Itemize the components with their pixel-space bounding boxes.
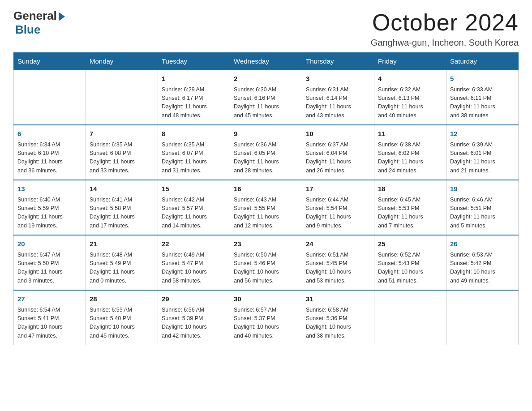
- calendar-week-4: 20Sunrise: 6:47 AM Sunset: 5:50 PM Dayli…: [14, 235, 519, 290]
- calendar-cell: 28Sunrise: 6:55 AM Sunset: 5:40 PM Dayli…: [86, 290, 158, 345]
- day-number: 20: [17, 239, 82, 249]
- calendar-cell: 7Sunrise: 6:35 AM Sunset: 6:08 PM Daylig…: [86, 125, 158, 180]
- day-info: Sunrise: 6:54 AM Sunset: 5:41 PM Dayligh…: [17, 306, 82, 341]
- day-info: Sunrise: 6:55 AM Sunset: 5:40 PM Dayligh…: [90, 306, 154, 341]
- weekday-header-friday: Friday: [374, 53, 446, 70]
- day-info: Sunrise: 6:35 AM Sunset: 6:08 PM Dayligh…: [90, 141, 154, 176]
- day-info: Sunrise: 6:34 AM Sunset: 6:10 PM Dayligh…: [17, 141, 82, 176]
- calendar-cell: 22Sunrise: 6:49 AM Sunset: 5:47 PM Dayli…: [158, 235, 230, 290]
- day-number: 15: [162, 184, 226, 194]
- day-number: 19: [450, 184, 515, 194]
- day-number: 9: [234, 129, 298, 139]
- calendar-cell: [446, 290, 519, 345]
- weekday-header-wednesday: Wednesday: [230, 53, 302, 70]
- calendar-cell: 26Sunrise: 6:53 AM Sunset: 5:42 PM Dayli…: [446, 235, 519, 290]
- day-info: Sunrise: 6:58 AM Sunset: 5:36 PM Dayligh…: [306, 306, 370, 341]
- logo-blue-text: Blue: [15, 23, 40, 37]
- day-number: 13: [17, 184, 82, 194]
- day-info: Sunrise: 6:43 AM Sunset: 5:55 PM Dayligh…: [234, 196, 298, 231]
- calendar-table: SundayMondayTuesdayWednesdayThursdayFrid…: [13, 52, 519, 345]
- weekday-header-tuesday: Tuesday: [158, 53, 230, 70]
- day-number: 18: [378, 184, 442, 194]
- title-section: October 2024 Ganghwa-gun, Incheon, South…: [371, 9, 519, 48]
- calendar-cell: 16Sunrise: 6:43 AM Sunset: 5:55 PM Dayli…: [230, 180, 302, 235]
- day-info: Sunrise: 6:39 AM Sunset: 6:01 PM Dayligh…: [450, 141, 515, 176]
- day-info: Sunrise: 6:36 AM Sunset: 6:05 PM Dayligh…: [234, 141, 298, 176]
- day-info: Sunrise: 6:41 AM Sunset: 5:58 PM Dayligh…: [90, 196, 154, 231]
- calendar-cell: 18Sunrise: 6:45 AM Sunset: 5:53 PM Dayli…: [374, 180, 446, 235]
- calendar-cell: 30Sunrise: 6:57 AM Sunset: 5:37 PM Dayli…: [230, 290, 302, 345]
- day-number: 1: [162, 74, 226, 84]
- day-info: Sunrise: 6:30 AM Sunset: 6:16 PM Dayligh…: [234, 86, 298, 120]
- weekday-header-saturday: Saturday: [446, 53, 519, 70]
- day-info: Sunrise: 6:45 AM Sunset: 5:53 PM Dayligh…: [378, 196, 442, 231]
- weekday-header-thursday: Thursday: [302, 53, 374, 70]
- calendar-week-5: 27Sunrise: 6:54 AM Sunset: 5:41 PM Dayli…: [14, 290, 519, 345]
- day-number: 17: [306, 184, 370, 194]
- day-info: Sunrise: 6:51 AM Sunset: 5:45 PM Dayligh…: [306, 251, 370, 286]
- day-number: 31: [306, 294, 370, 304]
- day-info: Sunrise: 6:42 AM Sunset: 5:57 PM Dayligh…: [162, 196, 226, 231]
- weekday-header-sunday: Sunday: [14, 53, 86, 70]
- day-number: 26: [450, 239, 515, 249]
- calendar-week-3: 13Sunrise: 6:40 AM Sunset: 5:59 PM Dayli…: [14, 180, 519, 235]
- day-number: 2: [234, 74, 298, 84]
- calendar-cell: 29Sunrise: 6:56 AM Sunset: 5:39 PM Dayli…: [158, 290, 230, 345]
- day-number: 4: [378, 74, 442, 84]
- day-info: Sunrise: 6:35 AM Sunset: 6:07 PM Dayligh…: [162, 141, 226, 176]
- calendar-cell: 6Sunrise: 6:34 AM Sunset: 6:10 PM Daylig…: [14, 125, 86, 180]
- day-number: 21: [90, 239, 154, 249]
- calendar-cell: 15Sunrise: 6:42 AM Sunset: 5:57 PM Dayli…: [158, 180, 230, 235]
- day-info: Sunrise: 6:38 AM Sunset: 6:02 PM Dayligh…: [378, 141, 442, 176]
- calendar-cell: 8Sunrise: 6:35 AM Sunset: 6:07 PM Daylig…: [158, 125, 230, 180]
- calendar-cell: [14, 70, 86, 125]
- calendar-cell: 21Sunrise: 6:48 AM Sunset: 5:49 PM Dayli…: [86, 235, 158, 290]
- weekday-header-monday: Monday: [86, 53, 158, 70]
- day-number: 5: [450, 74, 515, 84]
- calendar-cell: 5Sunrise: 6:33 AM Sunset: 6:11 PM Daylig…: [446, 70, 519, 125]
- calendar-cell: [86, 70, 158, 125]
- calendar-cell: 25Sunrise: 6:52 AM Sunset: 5:43 PM Dayli…: [374, 235, 446, 290]
- calendar-cell: 14Sunrise: 6:41 AM Sunset: 5:58 PM Dayli…: [86, 180, 158, 235]
- day-number: 27: [17, 294, 82, 304]
- day-info: Sunrise: 6:50 AM Sunset: 5:46 PM Dayligh…: [234, 251, 298, 286]
- logo-arrow-icon: [59, 12, 65, 21]
- calendar-cell: 24Sunrise: 6:51 AM Sunset: 5:45 PM Dayli…: [302, 235, 374, 290]
- day-number: 12: [450, 129, 515, 139]
- calendar-cell: [374, 290, 446, 345]
- calendar-cell: 23Sunrise: 6:50 AM Sunset: 5:46 PM Dayli…: [230, 235, 302, 290]
- calendar-week-1: 1Sunrise: 6:29 AM Sunset: 6:17 PM Daylig…: [14, 70, 519, 125]
- calendar-cell: 10Sunrise: 6:37 AM Sunset: 6:04 PM Dayli…: [302, 125, 374, 180]
- day-info: Sunrise: 6:29 AM Sunset: 6:17 PM Dayligh…: [162, 86, 226, 120]
- day-info: Sunrise: 6:40 AM Sunset: 5:59 PM Dayligh…: [17, 196, 82, 231]
- calendar-cell: 12Sunrise: 6:39 AM Sunset: 6:01 PM Dayli…: [446, 125, 519, 180]
- day-info: Sunrise: 6:52 AM Sunset: 5:43 PM Dayligh…: [378, 251, 442, 286]
- page-header: General Blue October 2024 Ganghwa-gun, I…: [13, 9, 519, 48]
- day-info: Sunrise: 6:53 AM Sunset: 5:42 PM Dayligh…: [450, 251, 515, 286]
- day-info: Sunrise: 6:56 AM Sunset: 5:39 PM Dayligh…: [162, 306, 226, 341]
- day-number: 23: [234, 239, 298, 249]
- header-row: SundayMondayTuesdayWednesdayThursdayFrid…: [14, 53, 519, 70]
- day-info: Sunrise: 6:44 AM Sunset: 5:54 PM Dayligh…: [306, 196, 370, 231]
- logo-general-text: General: [13, 9, 57, 23]
- day-number: 22: [162, 239, 226, 249]
- calendar-cell: 20Sunrise: 6:47 AM Sunset: 5:50 PM Dayli…: [14, 235, 86, 290]
- calendar-cell: 17Sunrise: 6:44 AM Sunset: 5:54 PM Dayli…: [302, 180, 374, 235]
- day-info: Sunrise: 6:49 AM Sunset: 5:47 PM Dayligh…: [162, 251, 226, 286]
- calendar-cell: 19Sunrise: 6:46 AM Sunset: 5:51 PM Dayli…: [446, 180, 519, 235]
- day-number: 14: [90, 184, 154, 194]
- day-info: Sunrise: 6:33 AM Sunset: 6:11 PM Dayligh…: [450, 86, 515, 120]
- day-info: Sunrise: 6:46 AM Sunset: 5:51 PM Dayligh…: [450, 196, 515, 231]
- day-number: 25: [378, 239, 442, 249]
- logo: General Blue: [13, 9, 65, 37]
- calendar-cell: 9Sunrise: 6:36 AM Sunset: 6:05 PM Daylig…: [230, 125, 302, 180]
- calendar-cell: 31Sunrise: 6:58 AM Sunset: 5:36 PM Dayli…: [302, 290, 374, 345]
- calendar-cell: 13Sunrise: 6:40 AM Sunset: 5:59 PM Dayli…: [14, 180, 86, 235]
- day-number: 11: [378, 129, 442, 139]
- location-text: Ganghwa-gun, Incheon, South Korea: [371, 38, 519, 48]
- day-number: 6: [17, 129, 82, 139]
- calendar-cell: 11Sunrise: 6:38 AM Sunset: 6:02 PM Dayli…: [374, 125, 446, 180]
- calendar-cell: 27Sunrise: 6:54 AM Sunset: 5:41 PM Dayli…: [14, 290, 86, 345]
- day-info: Sunrise: 6:48 AM Sunset: 5:49 PM Dayligh…: [90, 251, 154, 286]
- day-info: Sunrise: 6:31 AM Sunset: 6:14 PM Dayligh…: [306, 86, 370, 120]
